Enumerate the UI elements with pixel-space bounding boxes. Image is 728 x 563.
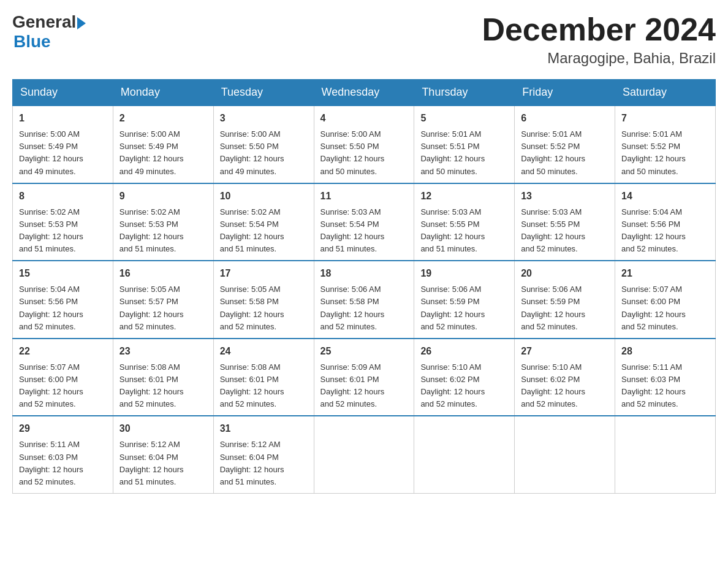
- month-title: December 2024: [482, 12, 716, 47]
- day-info: Sunrise: 5:04 AMSunset: 5:56 PMDaylight:…: [621, 206, 709, 256]
- empty-cell: [414, 416, 515, 493]
- day-cell-14: 14Sunrise: 5:04 AMSunset: 5:56 PMDayligh…: [615, 183, 716, 261]
- day-info: Sunrise: 5:00 AMSunset: 5:49 PMDaylight:…: [119, 128, 207, 178]
- logo-arrow-icon: [77, 17, 86, 29]
- day-number: 21: [621, 266, 709, 281]
- day-info: Sunrise: 5:05 AMSunset: 5:57 PMDaylight:…: [119, 283, 207, 333]
- day-cell-13: 13Sunrise: 5:03 AMSunset: 5:55 PMDayligh…: [515, 183, 615, 261]
- empty-cell: [314, 416, 414, 493]
- day-cell-5: 5Sunrise: 5:01 AMSunset: 5:51 PMDaylight…: [414, 105, 515, 183]
- day-cell-1: 1Sunrise: 5:00 AMSunset: 5:49 PMDaylight…: [13, 105, 113, 183]
- day-number: 15: [19, 266, 107, 281]
- day-info: Sunrise: 5:08 AMSunset: 6:01 PMDaylight:…: [220, 361, 308, 411]
- empty-cell: [615, 416, 716, 493]
- day-info: Sunrise: 5:06 AMSunset: 5:59 PMDaylight:…: [420, 283, 508, 333]
- day-number: 17: [220, 266, 308, 281]
- day-number: 16: [119, 266, 207, 281]
- day-cell-17: 17Sunrise: 5:05 AMSunset: 5:58 PMDayligh…: [213, 261, 314, 339]
- day-cell-4: 4Sunrise: 5:00 AMSunset: 5:50 PMDaylight…: [314, 105, 414, 183]
- weekday-header-row: SundayMondayTuesdayWednesdayThursdayFrid…: [13, 80, 716, 106]
- day-number: 25: [320, 344, 408, 359]
- day-info: Sunrise: 5:00 AMSunset: 5:49 PMDaylight:…: [19, 128, 107, 178]
- week-row-2: 8Sunrise: 5:02 AMSunset: 5:53 PMDaylight…: [13, 183, 716, 261]
- weekday-header-sunday: Sunday: [13, 80, 113, 106]
- day-info: Sunrise: 5:02 AMSunset: 5:53 PMDaylight:…: [19, 206, 107, 256]
- day-cell-18: 18Sunrise: 5:06 AMSunset: 5:58 PMDayligh…: [314, 261, 414, 339]
- day-cell-21: 21Sunrise: 5:07 AMSunset: 6:00 PMDayligh…: [615, 261, 716, 339]
- day-number: 19: [420, 266, 508, 281]
- day-info: Sunrise: 5:04 AMSunset: 5:56 PMDaylight:…: [19, 283, 107, 333]
- day-info: Sunrise: 5:03 AMSunset: 5:54 PMDaylight:…: [320, 206, 408, 256]
- day-cell-30: 30Sunrise: 5:12 AMSunset: 6:04 PMDayligh…: [113, 416, 213, 493]
- day-number: 30: [119, 421, 207, 436]
- weekday-header-friday: Friday: [515, 80, 615, 106]
- title-section: December 2024 Maragogipe, Bahia, Brazil: [482, 12, 716, 67]
- day-number: 20: [521, 266, 609, 281]
- week-row-1: 1Sunrise: 5:00 AMSunset: 5:49 PMDaylight…: [13, 105, 716, 183]
- week-row-4: 22Sunrise: 5:07 AMSunset: 6:00 PMDayligh…: [13, 339, 716, 416]
- day-number: 10: [220, 189, 308, 204]
- day-info: Sunrise: 5:06 AMSunset: 5:58 PMDaylight:…: [320, 283, 408, 333]
- day-number: 27: [521, 344, 609, 359]
- calendar-table: SundayMondayTuesdayWednesdayThursdayFrid…: [12, 79, 716, 494]
- day-cell-10: 10Sunrise: 5:02 AMSunset: 5:54 PMDayligh…: [213, 183, 314, 261]
- day-cell-26: 26Sunrise: 5:10 AMSunset: 6:02 PMDayligh…: [414, 339, 515, 416]
- weekday-header-saturday: Saturday: [615, 80, 716, 106]
- day-number: 23: [119, 344, 207, 359]
- day-cell-19: 19Sunrise: 5:06 AMSunset: 5:59 PMDayligh…: [414, 261, 515, 339]
- day-cell-6: 6Sunrise: 5:01 AMSunset: 5:52 PMDaylight…: [515, 105, 615, 183]
- week-row-3: 15Sunrise: 5:04 AMSunset: 5:56 PMDayligh…: [13, 261, 716, 339]
- day-number: 14: [621, 189, 709, 204]
- day-cell-3: 3Sunrise: 5:00 AMSunset: 5:50 PMDaylight…: [213, 105, 314, 183]
- day-cell-2: 2Sunrise: 5:00 AMSunset: 5:49 PMDaylight…: [113, 105, 213, 183]
- day-info: Sunrise: 5:10 AMSunset: 6:02 PMDaylight:…: [420, 361, 508, 411]
- day-number: 6: [521, 111, 609, 126]
- day-number: 3: [220, 111, 308, 126]
- day-cell-8: 8Sunrise: 5:02 AMSunset: 5:53 PMDaylight…: [13, 183, 113, 261]
- empty-cell: [515, 416, 615, 493]
- day-cell-9: 9Sunrise: 5:02 AMSunset: 5:53 PMDaylight…: [113, 183, 213, 261]
- day-info: Sunrise: 5:11 AMSunset: 6:03 PMDaylight:…: [621, 361, 709, 411]
- day-cell-24: 24Sunrise: 5:08 AMSunset: 6:01 PMDayligh…: [213, 339, 314, 416]
- day-info: Sunrise: 5:07 AMSunset: 6:00 PMDaylight:…: [621, 283, 709, 333]
- logo-blue: Blue: [13, 32, 51, 52]
- weekday-header-wednesday: Wednesday: [314, 80, 414, 106]
- week-row-5: 29Sunrise: 5:11 AMSunset: 6:03 PMDayligh…: [13, 416, 716, 493]
- day-cell-31: 31Sunrise: 5:12 AMSunset: 6:04 PMDayligh…: [213, 416, 314, 493]
- day-cell-27: 27Sunrise: 5:10 AMSunset: 6:02 PMDayligh…: [515, 339, 615, 416]
- day-info: Sunrise: 5:00 AMSunset: 5:50 PMDaylight:…: [320, 128, 408, 178]
- day-cell-16: 16Sunrise: 5:05 AMSunset: 5:57 PMDayligh…: [113, 261, 213, 339]
- day-cell-11: 11Sunrise: 5:03 AMSunset: 5:54 PMDayligh…: [314, 183, 414, 261]
- day-info: Sunrise: 5:07 AMSunset: 6:00 PMDaylight:…: [19, 361, 107, 411]
- day-number: 12: [420, 189, 508, 204]
- day-number: 29: [19, 421, 107, 436]
- day-number: 26: [420, 344, 508, 359]
- day-info: Sunrise: 5:05 AMSunset: 5:58 PMDaylight:…: [220, 283, 308, 333]
- day-number: 2: [119, 111, 207, 126]
- day-cell-7: 7Sunrise: 5:01 AMSunset: 5:52 PMDaylight…: [615, 105, 716, 183]
- day-number: 11: [320, 189, 408, 204]
- day-number: 22: [19, 344, 107, 359]
- day-number: 18: [320, 266, 408, 281]
- day-cell-15: 15Sunrise: 5:04 AMSunset: 5:56 PMDayligh…: [13, 261, 113, 339]
- day-info: Sunrise: 5:12 AMSunset: 6:04 PMDaylight:…: [220, 439, 308, 488]
- day-info: Sunrise: 5:02 AMSunset: 5:54 PMDaylight:…: [220, 206, 308, 256]
- weekday-header-tuesday: Tuesday: [213, 80, 314, 106]
- day-cell-25: 25Sunrise: 5:09 AMSunset: 6:01 PMDayligh…: [314, 339, 414, 416]
- day-cell-20: 20Sunrise: 5:06 AMSunset: 5:59 PMDayligh…: [515, 261, 615, 339]
- day-number: 28: [621, 344, 709, 359]
- day-info: Sunrise: 5:10 AMSunset: 6:02 PMDaylight:…: [521, 361, 609, 411]
- day-info: Sunrise: 5:11 AMSunset: 6:03 PMDaylight:…: [19, 439, 107, 488]
- day-number: 4: [320, 111, 408, 126]
- day-info: Sunrise: 5:08 AMSunset: 6:01 PMDaylight:…: [119, 361, 207, 411]
- day-cell-22: 22Sunrise: 5:07 AMSunset: 6:00 PMDayligh…: [13, 339, 113, 416]
- logo-general: General: [12, 12, 76, 32]
- day-info: Sunrise: 5:01 AMSunset: 5:52 PMDaylight:…: [621, 128, 709, 178]
- day-cell-23: 23Sunrise: 5:08 AMSunset: 6:01 PMDayligh…: [113, 339, 213, 416]
- location-title: Maragogipe, Bahia, Brazil: [482, 50, 716, 67]
- day-number: 1: [19, 111, 107, 126]
- day-cell-29: 29Sunrise: 5:11 AMSunset: 6:03 PMDayligh…: [13, 416, 113, 493]
- day-info: Sunrise: 5:03 AMSunset: 5:55 PMDaylight:…: [521, 206, 609, 256]
- page-header: General Blue December 2024 Maragogipe, B…: [12, 12, 716, 67]
- day-number: 8: [19, 189, 107, 204]
